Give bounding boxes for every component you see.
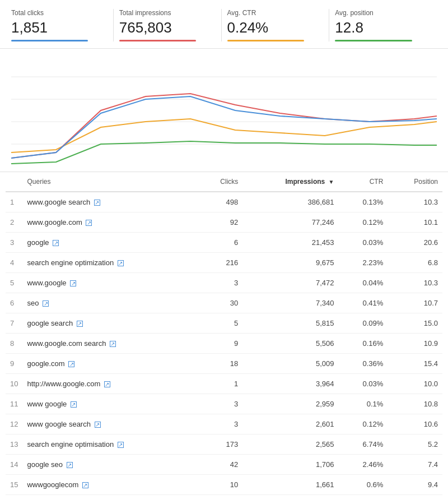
table-row: 12 www google search ↗ 3 2,601 0.12% 10.… [6, 414, 442, 434]
table-row: 11 www google ↗ 3 2,959 0.1% 10.8 [6, 394, 442, 414]
external-link-icon[interactable]: ↗ [94, 200, 100, 206]
metric-total-clicks: Total clicks 1,851 [11, 9, 114, 41]
cell-row-num: 7 [6, 313, 22, 334]
cell-query[interactable]: www.google ↗ [22, 273, 198, 293]
cell-query[interactable]: google seo ↗ [22, 455, 198, 475]
cell-clicks: 3 [198, 414, 243, 434]
external-link-icon[interactable]: ↗ [86, 220, 92, 226]
cell-ctr: 0.16% [338, 334, 388, 354]
cell-impressions: 21,453 [242, 233, 338, 253]
external-link-icon[interactable]: ↗ [82, 482, 88, 488]
cell-ctr: 6.74% [338, 434, 388, 455]
cell-position: 15.0 [388, 313, 442, 334]
cell-query[interactable]: search engine optimization ↗ [22, 253, 198, 273]
cell-clicks: 42 [198, 455, 243, 475]
cell-impressions: 7,340 [242, 293, 338, 313]
col-header-impressions[interactable]: Impressions ▼ [242, 172, 338, 192]
cell-row-num: 3 [6, 233, 22, 253]
col-header-clicks[interactable]: Clicks [198, 172, 243, 192]
cell-query[interactable]: http://www.google.com ↗ [22, 374, 198, 394]
table-row: 4 search engine optimization ↗ 216 9,675… [6, 253, 442, 273]
cell-row-num: 15 [6, 475, 22, 495]
cell-impressions: 5,506 [242, 334, 338, 354]
cell-clicks: 216 [198, 253, 243, 273]
external-link-icon[interactable]: ↗ [67, 462, 73, 468]
metric-value-clicks: 1,851 [11, 19, 108, 36]
table-row: 6 seo ↗ 30 7,340 0.41% 10.7 [6, 293, 442, 313]
cell-clicks: 3 [198, 394, 243, 414]
cell-row-num: 10 [6, 374, 22, 394]
cell-clicks: 3 [198, 273, 243, 293]
table-row: 15 wwwgooglecom ↗ 10 1,661 0.6% 9.4 [6, 475, 442, 495]
cell-query[interactable]: www.google.com ↗ [22, 212, 198, 233]
metric-value-position: 12.8 [335, 19, 431, 36]
cell-impressions: 2,959 [242, 394, 338, 414]
cell-ctr: 0.09% [338, 313, 388, 334]
table-row: 3 google ↗ 6 21,453 0.03% 20.6 [6, 233, 442, 253]
external-link-icon[interactable]: ↗ [110, 341, 116, 347]
cell-query[interactable]: www.google.com search ↗ [22, 334, 198, 354]
cell-impressions: 5,815 [242, 313, 338, 334]
cell-impressions: 5,009 [242, 354, 338, 374]
cell-position: 10.7 [388, 293, 442, 313]
cell-row-num: 9 [6, 354, 22, 374]
cell-position: 9.4 [388, 475, 442, 495]
col-header-position[interactable]: Position [388, 172, 442, 192]
cell-impressions: 1,706 [242, 455, 338, 475]
external-link-icon[interactable]: ↗ [68, 361, 74, 367]
table-row: 8 www.google.com search ↗ 9 5,506 0.16% … [6, 334, 442, 354]
cell-query[interactable]: google.com ↗ [22, 354, 198, 374]
cell-impressions: 7,472 [242, 273, 338, 293]
table-row: 1 www.google search ↗ 498 386,681 0.13% … [6, 192, 442, 212]
cell-impressions: 2,601 [242, 414, 338, 434]
table-row: 5 www.google ↗ 3 7,472 0.04% 10.3 [6, 273, 442, 293]
cell-query[interactable]: www google search ↗ [22, 414, 198, 434]
cell-query[interactable]: wwwgooglecom ↗ [22, 475, 198, 495]
table-row: 7 google search ↗ 5 5,815 0.09% 15.0 [6, 313, 442, 334]
cell-row-num: 4 [6, 253, 22, 273]
external-link-icon[interactable]: ↗ [71, 401, 77, 408]
cell-clicks: 173 [198, 434, 243, 455]
external-link-icon[interactable]: ↗ [53, 240, 59, 246]
cell-row-num: 6 [6, 293, 22, 313]
cell-position: 10.3 [388, 192, 442, 212]
cell-row-num: 2 [6, 212, 22, 233]
cell-row-num: 14 [6, 455, 22, 475]
cell-row-num: 5 [6, 273, 22, 293]
cell-ctr: 0.1% [338, 394, 388, 414]
col-header-ctr[interactable]: CTR [338, 172, 388, 192]
cell-impressions: 386,681 [242, 192, 338, 212]
external-link-icon[interactable]: ↗ [118, 442, 124, 448]
external-link-icon[interactable]: ↗ [70, 280, 76, 286]
cell-position: 7.4 [388, 455, 442, 475]
cell-ctr: 0.36% [338, 354, 388, 374]
cell-ctr: 0.13% [338, 192, 388, 212]
cell-query[interactable]: seo ↗ [22, 293, 198, 313]
metric-bar-position [335, 40, 412, 41]
cell-query[interactable]: google search ↗ [22, 313, 198, 334]
cell-position: 10.3 [388, 273, 442, 293]
queries-table: Queries Clicks Impressions ▼ CTR Positio… [6, 172, 442, 495]
cell-query[interactable]: www google ↗ [22, 394, 198, 414]
col-header-queries[interactable]: Queries [22, 172, 198, 192]
external-link-icon[interactable]: ↗ [95, 422, 101, 428]
cell-row-num: 8 [6, 334, 22, 354]
table-row: 10 http://www.google.com ↗ 1 3,964 0.03%… [6, 374, 442, 394]
cell-ctr: 0.12% [338, 414, 388, 434]
cell-clicks: 9 [198, 334, 243, 354]
external-link-icon[interactable]: ↗ [43, 300, 49, 307]
external-link-icon[interactable]: ↗ [77, 321, 83, 327]
cell-query[interactable]: search engine optimisation ↗ [22, 434, 198, 455]
cell-ctr: 2.46% [338, 455, 388, 475]
cell-impressions: 9,675 [242, 253, 338, 273]
cell-query[interactable]: google ↗ [22, 233, 198, 253]
external-link-icon[interactable]: ↗ [118, 260, 124, 266]
cell-clicks: 10 [198, 475, 243, 495]
cell-position: 10.6 [388, 414, 442, 434]
table-row: 2 www.google.com ↗ 92 77,246 0.12% 10.1 [6, 212, 442, 233]
metric-total-impressions: Total impressions 765,803 [114, 9, 222, 41]
cell-ctr: 0.41% [338, 293, 388, 313]
metric-label-ctr: Avg. CTR [227, 9, 324, 17]
external-link-icon[interactable]: ↗ [104, 381, 110, 387]
cell-query[interactable]: www.google search ↗ [22, 192, 198, 212]
